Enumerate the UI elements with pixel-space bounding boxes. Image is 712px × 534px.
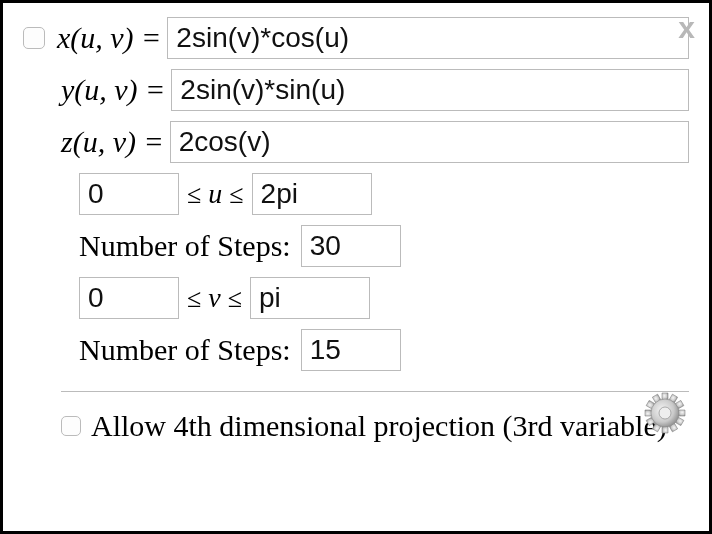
v-range-label: ≤ v ≤ [187, 282, 242, 314]
fourth-dim-row: Allow 4th dimensional projection (3rd va… [61, 406, 689, 447]
y-equation-input[interactable] [171, 69, 689, 111]
u-max-input[interactable] [252, 173, 372, 215]
u-min-input[interactable] [79, 173, 179, 215]
gear-icon[interactable] [643, 391, 687, 435]
enable-surface-checkbox[interactable] [23, 27, 45, 49]
z-equation-row: z(u, v) = [61, 121, 689, 163]
v-min-input[interactable] [79, 277, 179, 319]
v-steps-row: Number of Steps: [79, 329, 689, 371]
x-label: x(u, v) = [57, 21, 161, 55]
z-label: z(u, v) = [61, 125, 164, 159]
u-range-label: ≤ u ≤ [187, 178, 244, 210]
u-range-row: ≤ u ≤ [79, 173, 689, 215]
v-steps-label: Number of Steps: [79, 333, 291, 367]
u-steps-row: Number of Steps: [79, 225, 689, 267]
z-equation-input[interactable] [170, 121, 689, 163]
fourth-dim-label: Allow 4th dimensional projection (3rd va… [91, 406, 667, 447]
v-max-input[interactable] [250, 277, 370, 319]
u-steps-label: Number of Steps: [79, 229, 291, 263]
y-label: y(u, v) = [61, 73, 165, 107]
x-equation-row: x(u, v) = [23, 17, 689, 59]
divider [61, 391, 689, 392]
v-range-row: ≤ v ≤ [79, 277, 689, 319]
y-equation-row: y(u, v) = [61, 69, 689, 111]
fourth-dim-checkbox[interactable] [61, 416, 81, 436]
u-steps-input[interactable] [301, 225, 401, 267]
v-steps-input[interactable] [301, 329, 401, 371]
close-icon[interactable]: x [678, 13, 695, 43]
svg-point-1 [659, 407, 671, 419]
x-equation-input[interactable] [167, 17, 689, 59]
parametric-surface-panel: x x(u, v) = y(u, v) = z(u, v) = ≤ u ≤ Nu… [0, 0, 712, 534]
